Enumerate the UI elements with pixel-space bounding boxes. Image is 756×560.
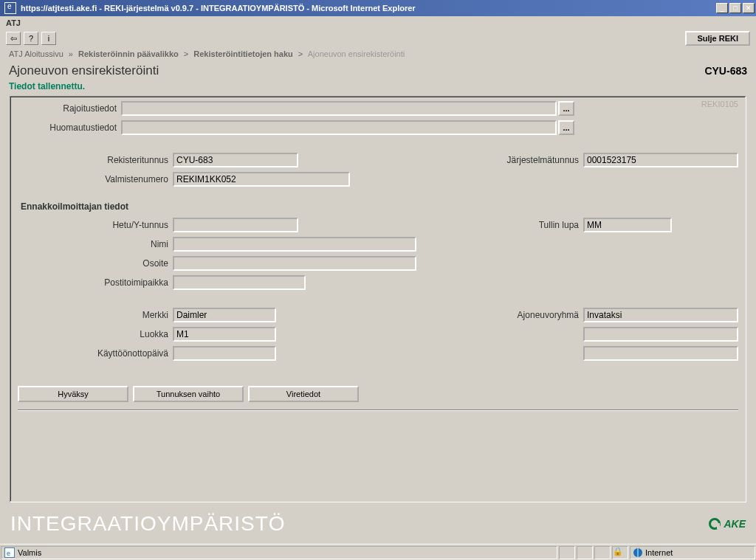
page-title: Ajoneuvon ensirekisteröinti [9, 63, 704, 78]
status-ready: Valmis [1, 546, 557, 559]
info-button[interactable]: i [41, 32, 56, 45]
footer: INTEGRAATIOYMPÄRISTÖ AKE [0, 508, 756, 544]
tullin-lupa-input[interactable] [583, 218, 672, 232]
screen-code: REKI0105 [701, 100, 738, 108]
breadcrumb: ATJ Aloitussivu » Rekisteröinnin päävali… [0, 47, 756, 61]
label-luokka: Luokka [18, 329, 173, 339]
viretiedot-button[interactable]: Viretiedot [248, 386, 359, 402]
panel-divider [18, 409, 738, 411]
jarjestelmatunnus-input[interactable] [583, 153, 738, 167]
environment-label: INTEGRAATIOYMPÄRISTÖ [10, 512, 286, 536]
label-rajoitustiedot: Rajoitustiedot [18, 103, 121, 114]
rajoitustiedot-input[interactable] [121, 101, 557, 116]
security-zone: Internet [630, 546, 755, 559]
valmistenumero-input[interactable] [173, 172, 350, 187]
extra2-input[interactable] [583, 346, 738, 361]
status-cell [594, 546, 611, 559]
extra1-input[interactable] [583, 327, 738, 342]
help-button[interactable]: ? [24, 32, 38, 45]
label-postitoimipaikka: Postitoimipaikka [18, 277, 173, 288]
rajoitustiedot-lookup-button[interactable]: ... [558, 101, 574, 116]
label-osoite: Osoite [18, 258, 173, 269]
status-cell: 🔒 [612, 546, 628, 559]
maximize-button[interactable]: □ [729, 3, 741, 13]
menubar: ATJ [0, 16, 756, 30]
label-jarjestelmatunnus: Järjestelmätunnus [480, 155, 583, 165]
window-controls: _ □ ✕ [716, 3, 755, 13]
toolbar: ⇦ ? i Sulje REKI [0, 30, 756, 47]
breadcrumb-current: Ajoneuvon ensirekisteröinti [308, 49, 405, 58]
status-cell [577, 546, 593, 559]
label-nimi: Nimi [18, 239, 173, 249]
statusbar: Valmis 🔒 Internet [0, 544, 756, 560]
page-icon [4, 547, 15, 558]
label-rekisteritunnus: Rekisteritunnus [18, 155, 173, 165]
huomautustiedot-input[interactable] [121, 120, 557, 135]
titlebar: https://atjtesti.ake.fi - REKI-järjestel… [0, 0, 756, 16]
lock-icon: 🔒 [613, 547, 623, 556]
form-panel: REKI0105 Rajoitustiedot ... Huomautustie… [10, 96, 746, 502]
label-tullin-lupa: Tullin lupa [480, 220, 583, 230]
label-merkki: Merkki [18, 310, 173, 320]
osoite-input[interactable] [173, 256, 416, 271]
label-hetu: Hetu/Y-tunnus [18, 220, 173, 230]
label-ajoneuvoryhma: Ajoneuvoryhmä [480, 310, 583, 320]
label-huomautustiedot: Huomautustiedot [18, 122, 121, 133]
minimize-button[interactable]: _ [716, 3, 728, 13]
status-message: Tiedot tallennettu. [0, 80, 756, 96]
tunnuksen-vaihto-button[interactable]: Tunnuksen vaihto [133, 386, 244, 402]
luokka-input[interactable] [173, 327, 276, 342]
hyvaksy-button[interactable]: Hyväksy [18, 386, 128, 402]
close-reki-button[interactable]: Sulje REKI [685, 31, 750, 46]
label-kayttoonottopaiva: Käyttöönottopäivä [18, 348, 173, 359]
hetu-input[interactable] [173, 218, 298, 232]
action-buttons: Hyväksy Tunnuksen vaihto Viretiedot [18, 386, 738, 402]
window-title: https://atjtesti.ake.fi - REKI-järjestel… [19, 4, 716, 13]
merkki-input[interactable] [173, 308, 276, 322]
back-button[interactable]: ⇦ [6, 32, 21, 45]
breadcrumb-search[interactable]: Rekisteröintitietojen haku [193, 49, 292, 58]
ake-ring-icon [709, 518, 721, 530]
ajoneuvoryhma-input[interactable] [583, 308, 738, 322]
rekisteritunnus-input[interactable] [173, 153, 298, 167]
label-valmistenumero: Valmistenumero [18, 174, 173, 184]
globe-icon [633, 548, 642, 557]
ie-icon [4, 2, 16, 14]
breadcrumb-mainmenu[interactable]: Rekisteröinnin päävalikko [78, 49, 179, 58]
app-window: https://atjtesti.ake.fi - REKI-järjestel… [0, 0, 756, 560]
ake-logo: AKE [709, 518, 746, 530]
huomautustiedot-lookup-button[interactable]: ... [558, 120, 574, 135]
postitoimipaikka-input[interactable] [173, 275, 306, 290]
menu-atj[interactable]: ATJ [6, 18, 21, 27]
close-button[interactable]: ✕ [743, 3, 755, 13]
nimi-input[interactable] [173, 237, 416, 252]
registration-id: CYU-683 [704, 65, 747, 77]
breadcrumb-home[interactable]: ATJ Aloitussivu [9, 49, 63, 58]
status-cell [559, 546, 575, 559]
section-ennakkoilmoittajan: Ennakkoilmoittajan tiedot [21, 201, 738, 212]
page-header: Ajoneuvon ensirekisteröinti CYU-683 [0, 61, 756, 80]
kayttoonottopaiva-input[interactable] [173, 346, 276, 361]
